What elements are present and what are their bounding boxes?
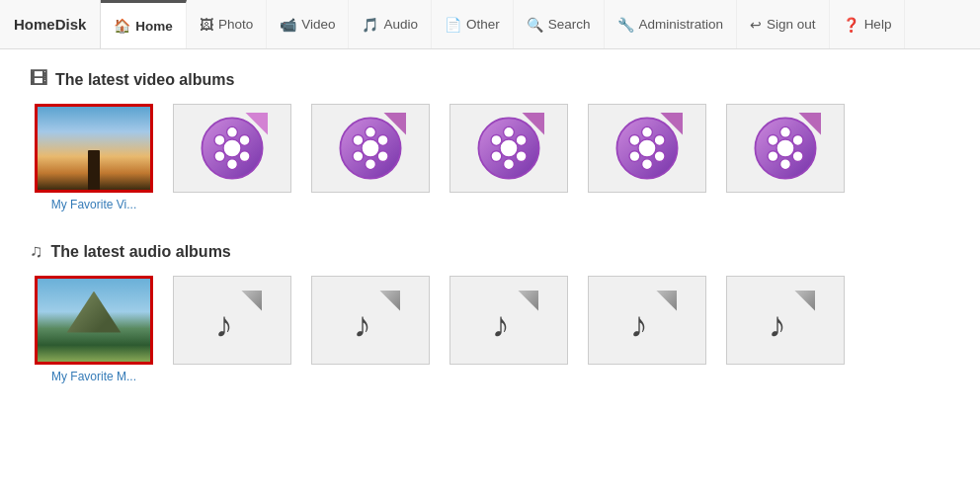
- svg-point-41: [780, 159, 791, 170]
- svg-marker-53: [794, 291, 815, 311]
- music-svg-3: ♪: [341, 291, 400, 350]
- svg-text:♪: ♪: [769, 304, 786, 345]
- audio-album-4[interactable]: ♪: [445, 276, 573, 383]
- audio-album-6[interactable]: ♪: [721, 276, 850, 383]
- navbar: HomeDisk 🏠 Home 🖼 Photo 📹 Video 🎵 Audio …: [0, 0, 980, 49]
- video-album-2[interactable]: [168, 104, 296, 211]
- nav-audio-label: Audio: [383, 17, 418, 32]
- svg-point-30: [654, 135, 665, 146]
- svg-point-3: [239, 135, 250, 146]
- audio-section-title: The latest audio albums: [51, 243, 231, 261]
- video-icon: 📹: [280, 17, 296, 33]
- reel-svg-2: [197, 113, 268, 184]
- nav-administration-label: Administration: [639, 17, 724, 32]
- svg-point-32: [642, 159, 653, 170]
- svg-point-42: [768, 151, 778, 162]
- home-icon: 🏠: [114, 18, 130, 34]
- audio-album-featured[interactable]: My Favorite M...: [30, 276, 158, 383]
- svg-point-38: [780, 126, 791, 137]
- nav-search[interactable]: 🔍 Search: [514, 0, 605, 48]
- svg-point-43: [768, 135, 778, 146]
- audio-thumb-5: ♪: [588, 276, 706, 365]
- audio-album-2[interactable]: ♪: [168, 276, 296, 383]
- svg-point-6: [214, 151, 225, 162]
- music-svg-6: ♪: [756, 291, 815, 350]
- audio-section-icon: ♫: [30, 241, 43, 262]
- video-thumb-6: [726, 104, 845, 193]
- nav-home[interactable]: 🏠 Home: [101, 0, 187, 48]
- svg-text:♪: ♪: [630, 304, 648, 345]
- svg-point-33: [629, 151, 640, 162]
- audio-album-thumb-featured: [35, 276, 153, 365]
- svg-point-7: [214, 135, 225, 146]
- other-icon: 📄: [445, 17, 461, 33]
- nav-home-label: Home: [135, 19, 173, 34]
- audio-album-3[interactable]: ♪: [306, 276, 435, 383]
- svg-point-25: [491, 135, 502, 146]
- nav-help-label: Help: [864, 17, 892, 32]
- nav-other[interactable]: 📄 Other: [432, 0, 514, 48]
- svg-point-21: [516, 135, 527, 146]
- nav-administration[interactable]: 🔧 Administration: [605, 0, 738, 48]
- audio-album-5[interactable]: ♪: [583, 276, 711, 383]
- svg-point-13: [377, 151, 388, 162]
- reel-svg-6: [750, 113, 821, 184]
- video-thumb-4: [449, 104, 568, 193]
- svg-point-4: [239, 151, 250, 162]
- video-thumb-5: [588, 104, 706, 193]
- svg-marker-47: [379, 291, 400, 311]
- video-album-thumb-featured: [35, 104, 153, 193]
- video-album-label-featured: My Favorite Vi...: [35, 198, 153, 211]
- video-thumb-2: [173, 104, 291, 193]
- nav-other-label: Other: [466, 17, 500, 32]
- video-section: 🎞 The latest video albums My Favorite Vi…: [30, 69, 950, 211]
- svg-text:♪: ♪: [354, 304, 371, 345]
- sunset-photo: [38, 107, 150, 190]
- svg-point-2: [227, 126, 238, 137]
- video-album-4[interactable]: [445, 104, 573, 211]
- svg-point-12: [377, 135, 388, 146]
- video-section-header: 🎞 The latest video albums: [30, 69, 950, 90]
- music-svg-4: ♪: [479, 291, 538, 350]
- video-album-featured[interactable]: My Favorite Vi...: [30, 104, 158, 211]
- svg-point-28: [638, 139, 656, 157]
- video-album-3[interactable]: [306, 104, 435, 211]
- nav-audio[interactable]: 🎵 Audio: [349, 0, 432, 48]
- video-album-6[interactable]: [721, 104, 850, 211]
- svg-point-15: [353, 151, 364, 162]
- svg-point-34: [629, 135, 640, 146]
- svg-point-14: [366, 159, 376, 170]
- svg-point-29: [642, 126, 653, 137]
- search-icon: 🔍: [527, 17, 543, 33]
- main-content: 🎞 The latest video albums My Favorite Vi…: [0, 49, 980, 433]
- nav-signout[interactable]: ↩ Sign out: [737, 0, 830, 48]
- svg-marker-51: [656, 291, 677, 311]
- svg-text:♪: ♪: [215, 304, 233, 345]
- audio-thumb-2: ♪: [173, 276, 291, 365]
- mountain-photo: [38, 279, 150, 362]
- svg-point-16: [353, 135, 364, 146]
- reel-svg-5: [612, 113, 683, 184]
- svg-point-20: [504, 126, 515, 137]
- audio-icon: 🎵: [362, 17, 378, 33]
- nav-search-label: Search: [548, 17, 591, 32]
- svg-marker-49: [518, 291, 538, 311]
- svg-point-5: [227, 159, 238, 170]
- nav-photo[interactable]: 🖼 Photo: [187, 0, 267, 48]
- svg-point-23: [504, 159, 515, 170]
- svg-point-19: [500, 139, 518, 157]
- video-thumb-3: [311, 104, 430, 193]
- nav-video[interactable]: 📹 Video: [267, 0, 349, 48]
- help-icon: ❓: [843, 17, 859, 33]
- video-album-5[interactable]: [583, 104, 711, 211]
- nav-help[interactable]: ❓ Help: [830, 0, 906, 48]
- svg-text:♪: ♪: [492, 304, 510, 345]
- photo-icon: 🖼: [200, 17, 213, 33]
- svg-point-10: [362, 139, 379, 157]
- svg-marker-45: [241, 291, 262, 311]
- audio-thumb-3: ♪: [311, 276, 430, 365]
- signout-icon: ↩: [750, 17, 762, 33]
- video-section-icon: 🎞: [30, 69, 47, 90]
- audio-thumb-6: ♪: [726, 276, 845, 365]
- reel-svg-4: [473, 113, 544, 184]
